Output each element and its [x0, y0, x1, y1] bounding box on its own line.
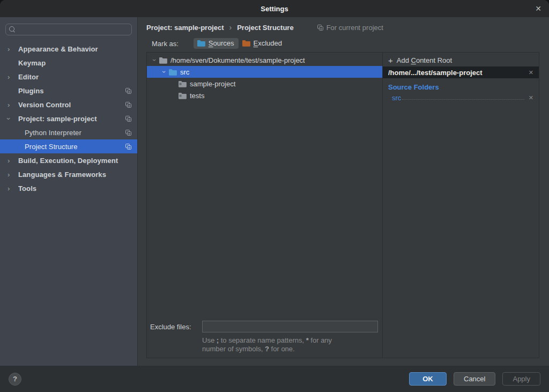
sidebar-item-tools[interactable]: › Tools: [0, 181, 137, 195]
tree-row-src[interactable]: › src: [147, 66, 382, 78]
content-root-path: /home/.../test/sample-project: [388, 69, 528, 77]
add-content-root-button[interactable]: + Add Content Root: [383, 53, 539, 66]
remove-source-folder-icon[interactable]: ✕: [528, 94, 535, 101]
tree-row-content-root[interactable]: › /home/sven/Dokumente/test/sample-proje…: [147, 54, 382, 66]
current-project-badge-icon: [124, 101, 132, 108]
scope-label: For current project: [327, 24, 383, 32]
settings-nav: › Appearance & Behavior Keymap › Editor …: [0, 42, 137, 195]
search-box[interactable]: [5, 24, 132, 35]
settings-sidebar: › Appearance & Behavior Keymap › Editor …: [0, 17, 137, 366]
mark-as-toolbar: Mark as: Sources Excluded: [138, 35, 549, 51]
chevron-right-icon: ›: [8, 184, 18, 193]
exclude-files-section: Exclude files: Use ; to separate name pa…: [147, 321, 382, 358]
remove-content-root-icon[interactable]: ✕: [528, 69, 535, 76]
project-structure-panel: › /home/sven/Dokumente/test/sample-proje…: [146, 52, 539, 358]
title-bar: Settings ✕: [0, 0, 549, 17]
current-project-badge-icon: [316, 24, 324, 31]
source-folder-icon: [168, 69, 177, 76]
main-content: Project: sample-project › Project Struct…: [137, 17, 549, 366]
tree-row-label: /home/sven/Dokumente/test/sample-project: [170, 56, 305, 64]
apply-button[interactable]: Apply: [502, 372, 540, 386]
sidebar-item-editor[interactable]: › Editor: [0, 70, 137, 84]
chevron-down-icon: ›: [8, 115, 18, 123]
sidebar-item-appearance-behavior[interactable]: › Appearance & Behavior: [0, 42, 137, 56]
tree-row-label: src: [180, 68, 189, 76]
content-root-row[interactable]: /home/.../test/sample-project ✕: [383, 66, 539, 78]
mark-as-label: Mark as:: [152, 40, 179, 48]
mark-sources-button[interactable]: Sources: [194, 38, 239, 49]
chevron-right-icon: ›: [8, 101, 18, 109]
dialog-title: Settings: [261, 5, 288, 13]
scope-indicator: For current project: [316, 24, 383, 32]
search-icon: [9, 26, 16, 33]
ok-button[interactable]: OK: [409, 372, 447, 386]
source-folder-row[interactable]: src ✕: [383, 92, 539, 103]
sidebar-item-keymap[interactable]: Keymap: [0, 56, 137, 70]
current-project-badge-icon: [124, 129, 132, 136]
chevron-right-icon: ›: [8, 157, 18, 165]
content-roots-pane: + Add Content Root /home/.../test/sample…: [383, 53, 539, 358]
current-project-badge-icon: [124, 115, 132, 122]
current-project-badge-icon: [124, 143, 132, 150]
sidebar-item-python-interpreter[interactable]: Python Interpreter: [0, 125, 137, 139]
exclude-files-label: Exclude files:: [150, 323, 202, 331]
folder-icon: [178, 92, 187, 99]
settings-dialog: Settings ✕ › Appearance & Behavior Keyma…: [0, 0, 549, 392]
breadcrumb: Project: sample-project › Project Struct…: [138, 17, 549, 35]
current-project-badge-icon: [124, 87, 132, 94]
folder-icon: [159, 57, 167, 64]
plus-icon: +: [388, 56, 393, 65]
excluded-folder-icon: [242, 40, 250, 47]
source-folder-name: src: [392, 94, 401, 102]
tree-row-label: tests: [190, 92, 204, 100]
sidebar-item-project-sample-project[interactable]: › Project: sample-project: [0, 112, 137, 125]
content-root-tree-pane: › /home/sven/Dokumente/test/sample-proje…: [147, 53, 383, 358]
directory-tree: › /home/sven/Dokumente/test/sample-proje…: [147, 53, 382, 321]
cancel-button[interactable]: Cancel: [454, 372, 495, 386]
search-input[interactable]: [19, 26, 128, 34]
chevron-right-icon: ›: [8, 171, 18, 179]
page-title: Project Structure: [237, 24, 293, 32]
sidebar-item-languages-frameworks[interactable]: › Languages & Frameworks: [0, 167, 137, 181]
chevron-down-icon: ›: [150, 56, 159, 64]
folder-icon: [178, 80, 187, 87]
chevron-down-icon: ›: [160, 68, 168, 76]
sidebar-item-project-structure[interactable]: Project Structure: [0, 139, 137, 153]
chevron-right-icon: ›: [8, 73, 18, 81]
mark-excluded-button[interactable]: Excluded: [239, 38, 286, 49]
close-icon[interactable]: ✕: [532, 2, 545, 15]
sidebar-item-build-execution-deployment[interactable]: › Build, Execution, Deployment: [0, 153, 137, 167]
breadcrumb-project: Project: sample-project: [146, 24, 224, 32]
tree-row-tests[interactable]: tests: [147, 90, 382, 101]
tree-row-sample-project[interactable]: sample-project: [147, 78, 382, 90]
help-button[interactable]: ?: [9, 373, 21, 386]
exclude-files-input[interactable]: [202, 321, 378, 332]
source-folders-title: Source Folders: [383, 78, 539, 92]
sidebar-item-plugins[interactable]: Plugins: [0, 84, 137, 98]
exclude-files-hint: Use ; to separate name patterns, * for a…: [202, 336, 378, 353]
dotted-leader: [402, 99, 524, 100]
breadcrumb-separator: ›: [229, 23, 232, 32]
dialog-footer: ? OK Cancel Apply: [0, 366, 549, 392]
tree-row-label: sample-project: [190, 80, 235, 88]
sidebar-item-version-control[interactable]: › Version Control: [0, 98, 137, 112]
source-folder-icon: [197, 40, 205, 47]
chevron-right-icon: ›: [8, 45, 18, 53]
